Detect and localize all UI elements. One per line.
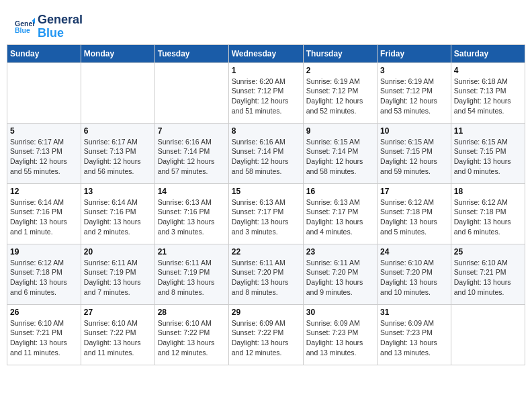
day-info: Sunrise: 6:15 AMSunset: 7:15 PMDaylight:… [380,137,448,177]
calendar-day-cell: 17Sunrise: 6:12 AMSunset: 7:18 PMDayligh… [378,183,451,244]
day-info: Sunrise: 6:10 AMSunset: 7:21 PMDaylight:… [10,318,78,358]
day-number: 27 [84,308,152,317]
calendar-day-cell: 22Sunrise: 6:11 AMSunset: 7:20 PMDayligh… [228,244,303,304]
day-number: 18 [454,187,522,196]
logo: General Blue General Blue [13,13,83,40]
day-number: 6 [84,126,152,136]
weekday-header-cell: Saturday [451,44,525,62]
day-number: 25 [454,247,522,257]
day-number: 3 [380,66,448,75]
calendar-day-cell: 4Sunrise: 6:18 AMSunset: 7:13 PMDaylight… [451,62,525,123]
logo-icon: General Blue [15,17,35,37]
calendar-day-cell: 6Sunrise: 6:17 AMSunset: 7:13 PMDaylight… [81,123,154,183]
calendar-day-cell: 16Sunrise: 6:13 AMSunset: 7:17 PMDayligh… [303,183,377,244]
day-info: Sunrise: 6:10 AMSunset: 7:22 PMDaylight:… [84,318,152,358]
weekday-header-cell: Wednesday [228,44,303,62]
calendar-day-cell: 21Sunrise: 6:11 AMSunset: 7:19 PMDayligh… [154,244,228,304]
day-info: Sunrise: 6:10 AMSunset: 7:22 PMDaylight:… [158,318,226,358]
day-info: Sunrise: 6:17 AMSunset: 7:13 PMDaylight:… [10,137,78,177]
weekday-header-cell: Sunday [7,44,81,62]
calendar-day-cell: 13Sunrise: 6:14 AMSunset: 7:16 PMDayligh… [81,183,154,244]
day-number: 11 [454,126,522,136]
calendar-week-row: 12Sunrise: 6:14 AMSunset: 7:16 PMDayligh… [7,183,525,244]
calendar-day-cell: 29Sunrise: 6:09 AMSunset: 7:22 PMDayligh… [228,304,303,365]
logo-general: General [38,13,83,27]
day-info: Sunrise: 6:09 AMSunset: 7:23 PMDaylight:… [380,318,448,358]
logo-blue: Blue [38,27,83,40]
calendar-day-cell: 5Sunrise: 6:17 AMSunset: 7:13 PMDaylight… [7,123,81,183]
calendar-day-cell: 14Sunrise: 6:13 AMSunset: 7:16 PMDayligh… [154,183,228,244]
day-info: Sunrise: 6:15 AMSunset: 7:15 PMDaylight:… [454,137,522,177]
calendar-body: 1Sunrise: 6:20 AMSunset: 7:12 PMDaylight… [7,62,525,365]
day-number: 9 [306,126,374,136]
day-info: Sunrise: 6:09 AMSunset: 7:23 PMDaylight:… [306,318,374,358]
calendar-day-cell: 7Sunrise: 6:16 AMSunset: 7:14 PMDaylight… [154,123,228,183]
day-info: Sunrise: 6:18 AMSunset: 7:13 PMDaylight:… [454,77,522,116]
day-info: Sunrise: 6:14 AMSunset: 7:16 PMDaylight:… [10,197,78,237]
calendar-day-cell: 18Sunrise: 6:12 AMSunset: 7:18 PMDayligh… [451,183,525,244]
calendar-day-cell: 20Sunrise: 6:11 AMSunset: 7:19 PMDayligh… [81,244,154,304]
calendar-day-cell: 3Sunrise: 6:19 AMSunset: 7:12 PMDaylight… [378,62,451,123]
calendar-day-cell: 19Sunrise: 6:12 AMSunset: 7:18 PMDayligh… [7,244,81,304]
day-number: 31 [380,308,448,317]
day-number: 1 [232,66,300,75]
calendar-day-cell [451,304,525,365]
day-info: Sunrise: 6:17 AMSunset: 7:13 PMDaylight:… [84,137,152,177]
calendar-day-cell: 27Sunrise: 6:10 AMSunset: 7:22 PMDayligh… [81,304,154,365]
day-number: 7 [158,126,226,136]
day-number: 24 [380,247,448,257]
day-number: 21 [158,247,226,257]
day-number: 5 [10,126,78,136]
calendar-day-cell: 11Sunrise: 6:15 AMSunset: 7:15 PMDayligh… [451,123,525,183]
day-number: 22 [232,247,300,257]
day-info: Sunrise: 6:19 AMSunset: 7:12 PMDaylight:… [380,77,448,116]
calendar-day-cell: 23Sunrise: 6:11 AMSunset: 7:20 PMDayligh… [303,244,377,304]
day-info: Sunrise: 6:10 AMSunset: 7:21 PMDaylight:… [454,258,522,298]
calendar-day-cell: 1Sunrise: 6:20 AMSunset: 7:12 PMDaylight… [228,62,303,123]
day-number: 10 [380,126,448,136]
calendar-table: SundayMondayTuesdayWednesdayThursdayFrid… [7,44,525,365]
calendar-day-cell: 15Sunrise: 6:13 AMSunset: 7:17 PMDayligh… [228,183,303,244]
calendar-day-cell: 28Sunrise: 6:10 AMSunset: 7:22 PMDayligh… [154,304,228,365]
weekday-header-cell: Thursday [303,44,377,62]
weekday-header-cell: Friday [378,44,451,62]
day-info: Sunrise: 6:13 AMSunset: 7:17 PMDaylight:… [306,197,374,237]
calendar-day-cell [7,62,81,123]
day-info: Sunrise: 6:15 AMSunset: 7:14 PMDaylight:… [306,137,374,177]
calendar-week-row: 26Sunrise: 6:10 AMSunset: 7:21 PMDayligh… [7,304,525,365]
day-info: Sunrise: 6:11 AMSunset: 7:20 PMDaylight:… [306,258,374,298]
day-number: 29 [232,308,300,317]
day-number: 12 [10,187,78,196]
calendar-week-row: 5Sunrise: 6:17 AMSunset: 7:13 PMDaylight… [7,123,525,183]
calendar-week-row: 1Sunrise: 6:20 AMSunset: 7:12 PMDaylight… [7,62,525,123]
day-info: Sunrise: 6:12 AMSunset: 7:18 PMDaylight:… [380,197,448,237]
day-number: 17 [380,187,448,196]
day-info: Sunrise: 6:12 AMSunset: 7:18 PMDaylight:… [10,258,78,298]
calendar-day-cell: 31Sunrise: 6:09 AMSunset: 7:23 PMDayligh… [378,304,451,365]
day-info: Sunrise: 6:13 AMSunset: 7:16 PMDaylight:… [158,197,226,237]
calendar-day-cell: 25Sunrise: 6:10 AMSunset: 7:21 PMDayligh… [451,244,525,304]
day-info: Sunrise: 6:14 AMSunset: 7:16 PMDaylight:… [84,197,152,237]
day-info: Sunrise: 6:12 AMSunset: 7:18 PMDaylight:… [454,197,522,237]
calendar-day-cell: 10Sunrise: 6:15 AMSunset: 7:15 PMDayligh… [378,123,451,183]
calendar-day-cell: 26Sunrise: 6:10 AMSunset: 7:21 PMDayligh… [7,304,81,365]
calendar-week-row: 19Sunrise: 6:12 AMSunset: 7:18 PMDayligh… [7,244,525,304]
day-number: 26 [10,308,78,317]
day-info: Sunrise: 6:11 AMSunset: 7:20 PMDaylight:… [232,258,300,298]
day-info: Sunrise: 6:16 AMSunset: 7:14 PMDaylight:… [158,137,226,177]
day-number: 16 [306,187,374,196]
day-number: 4 [454,66,522,75]
day-info: Sunrise: 6:20 AMSunset: 7:12 PMDaylight:… [232,77,300,116]
day-number: 8 [232,126,300,136]
day-info: Sunrise: 6:16 AMSunset: 7:14 PMDaylight:… [232,137,300,177]
day-info: Sunrise: 6:13 AMSunset: 7:17 PMDaylight:… [232,197,300,237]
calendar-day-cell [154,62,228,123]
day-info: Sunrise: 6:10 AMSunset: 7:20 PMDaylight:… [380,258,448,298]
day-info: Sunrise: 6:19 AMSunset: 7:12 PMDaylight:… [306,77,374,116]
day-number: 13 [84,187,152,196]
calendar-day-cell: 30Sunrise: 6:09 AMSunset: 7:23 PMDayligh… [303,304,377,365]
day-info: Sunrise: 6:11 AMSunset: 7:19 PMDaylight:… [84,258,152,298]
calendar-day-cell: 9Sunrise: 6:15 AMSunset: 7:14 PMDaylight… [303,123,377,183]
day-info: Sunrise: 6:09 AMSunset: 7:22 PMDaylight:… [232,318,300,358]
weekday-header-cell: Tuesday [154,44,228,62]
